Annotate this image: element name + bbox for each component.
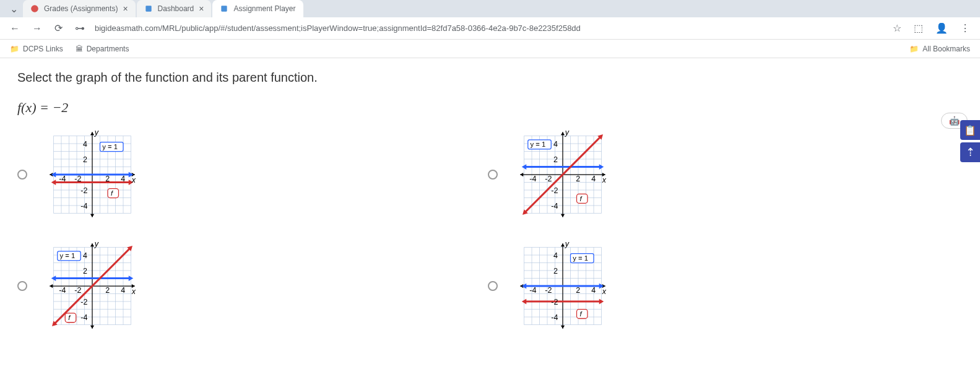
svg-text:-2: -2 [545,286,552,295]
radio-b[interactable] [488,170,498,180]
function-lhs: f(x) = [17,100,49,115]
choice-c: -4-224 42-2-4 xy y = 1 f [17,240,228,332]
svg-text:y: y [565,240,570,248]
tab-dashboard[interactable]: Dashboard × [137,0,212,17]
graph-b[interactable]: -4-224 42-2-4 xy y = 1 f [510,128,615,221]
calendar-widget-button[interactable]: 📋 [960,120,980,140]
svg-text:2: 2 [576,175,580,183]
tab-dropdown-icon[interactable]: ⌄ [5,3,23,15]
svg-text:2: 2 [553,267,558,275]
svg-rect-90 [577,194,588,203]
close-icon[interactable]: × [123,4,128,14]
bookmarks-bar: 📁 DCPS Links 🏛 Departments 📁 All Bookmar… [0,40,980,58]
svg-text:-4: -4 [529,286,536,295]
svg-text:4: 4 [553,140,558,149]
radio-c[interactable] [17,281,27,291]
choice-d: -4-224 42-2-4 xy y = 1 f [488,240,698,332]
svg-text:-4: -4 [551,313,558,322]
url-text[interactable]: bigideasmath.com/MRL/public/app/#/studen… [95,24,883,33]
svg-text:-2: -2 [80,186,87,195]
menu-icon[interactable]: ⋮ [958,20,973,37]
svg-marker-114 [90,243,94,246]
forward-button[interactable]: → [30,20,45,37]
choice-a: -4-224 42-2-4 xy y = 1 f [17,128,228,221]
svg-text:4: 4 [121,175,125,183]
answer-choices: -4-224 42-2-4 xy y = 1 f [17,128,698,332]
svg-text:4: 4 [83,140,87,149]
svg-rect-178 [577,310,588,319]
tab-label: Assignment Player [233,4,295,13]
bookmark-dcps[interactable]: 📁 DCPS Links [10,45,63,53]
svg-text:-2: -2 [74,175,81,183]
folder-icon: 📁 [10,45,19,53]
svg-rect-134 [65,313,76,323]
svg-marker-26 [90,132,94,135]
svg-text:-2: -2 [551,186,558,195]
svg-text:-2: -2 [545,175,552,183]
graph-a[interactable]: -4-224 42-2-4 xy y = 1 f [40,128,145,221]
extension-icon[interactable]: ⬚ [911,20,926,37]
close-icon[interactable]: × [199,4,204,14]
svg-marker-160 [561,326,565,329]
bookmark-departments[interactable]: 🏛 Departments [76,45,129,53]
grades-icon [30,4,39,13]
graph-c[interactable]: -4-224 42-2-4 xy y = 1 f [40,240,145,332]
site-info-icon[interactable]: ⊶ [72,20,87,37]
svg-text:2: 2 [83,155,87,164]
svg-rect-46 [108,189,119,198]
svg-marker-72 [561,214,565,217]
svg-text:-4: -4 [551,202,558,210]
question-prompt: Select the graph of the function and its… [17,71,963,85]
assignment-icon [220,4,228,13]
parent-label: y = 1 [60,252,76,259]
tab-grades[interactable]: Grades (Assignments) × [23,0,136,17]
svg-text:4: 4 [591,175,596,183]
browser-tab-bar: ⌄ Grades (Assignments) × Dashboard × Ass… [0,0,980,17]
svg-text:2: 2 [105,175,110,183]
svg-text:-4: -4 [59,286,66,295]
parent-label: y = 1 [531,141,546,148]
profile-icon[interactable]: 👤 [933,20,950,37]
svg-text:x: x [602,287,607,296]
function-rhs: −2 [52,100,68,115]
svg-marker-28 [90,214,94,217]
svg-marker-158 [561,243,565,246]
svg-text:-4: -4 [80,202,87,210]
folder-icon: 📁 [909,45,919,53]
radio-a[interactable] [17,170,27,180]
svg-text:-2: -2 [74,286,81,295]
accessibility-widget-button[interactable]: ⇡ [960,142,980,162]
svg-text:y: y [94,128,99,137]
svg-text:-4: -4 [59,175,66,183]
svg-text:x: x [131,176,136,184]
tab-label: Dashboard [158,4,194,13]
svg-rect-2 [222,6,227,11]
graph-d[interactable]: -4-224 42-2-4 xy y = 1 f [510,240,615,332]
svg-marker-116 [90,326,94,329]
address-bar: ← → ⟳ ⊶ bigideasmath.com/MRL/public/app/… [0,17,980,40]
star-icon[interactable]: ☆ [890,20,904,37]
dashboard-icon [144,4,153,13]
svg-text:2: 2 [576,286,580,295]
choice-b: -4-224 42-2-4 xy y = 1 f [488,128,698,221]
tab-label: Grades (Assignments) [44,4,118,13]
radio-d[interactable] [488,281,498,291]
svg-text:-2: -2 [551,298,558,306]
svg-marker-115 [50,284,53,288]
back-button[interactable]: ← [7,20,22,37]
svg-text:2: 2 [553,155,558,164]
svg-text:y: y [94,240,99,248]
all-bookmarks-button[interactable]: 📁 All Bookmarks [909,45,970,53]
building-icon: 🏛 [76,45,83,53]
svg-text:4: 4 [591,286,596,295]
reload-button[interactable]: ⟳ [52,20,65,37]
svg-text:2: 2 [105,286,110,295]
assignment-content: 🤖 Select the graph of the function and i… [0,58,980,390]
svg-text:x: x [602,176,607,184]
tab-assignment-player[interactable]: Assignment Player [212,0,303,17]
all-bookmarks-label: All Bookmarks [922,45,970,53]
robot-icon: 🤖 [949,116,960,126]
svg-text:-4: -4 [80,313,87,322]
svg-text:4: 4 [83,251,87,260]
svg-text:4: 4 [121,286,125,295]
